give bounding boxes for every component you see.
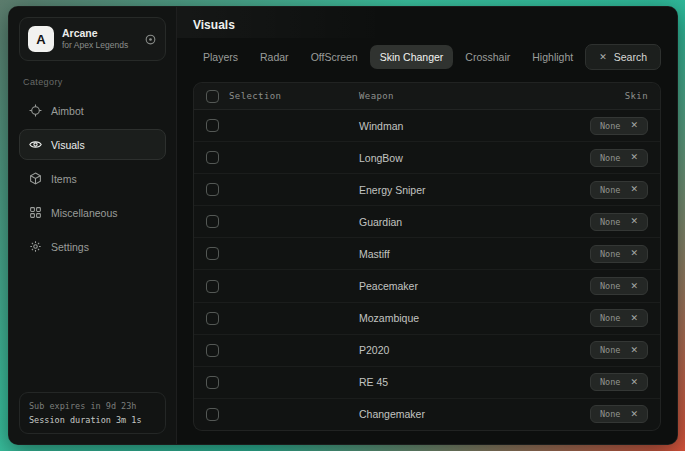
skin-column-header: Skin bbox=[625, 91, 648, 101]
clear-skin-icon[interactable]: ✕ bbox=[630, 185, 638, 194]
skin-value: None bbox=[600, 281, 620, 291]
sidebar-item-label: Miscellaneous bbox=[51, 207, 118, 219]
skin-value: None bbox=[600, 409, 620, 419]
skin-table: Selection Weapon Skin Windman None ✕ Lon… bbox=[193, 82, 661, 431]
clear-skin-icon[interactable]: ✕ bbox=[630, 346, 638, 355]
table-row: Mastiff None ✕ bbox=[194, 237, 660, 269]
select-all-checkbox[interactable] bbox=[206, 90, 219, 103]
clear-skin-icon[interactable]: ✕ bbox=[630, 378, 638, 387]
clear-skin-icon[interactable]: ✕ bbox=[630, 153, 638, 162]
skin-badge[interactable]: None ✕ bbox=[590, 405, 648, 423]
sub-expiry-text: Sub expires in 9d 23h bbox=[29, 401, 156, 411]
selection-column-header: Selection bbox=[229, 91, 281, 101]
row-checkbox[interactable] bbox=[206, 280, 219, 293]
skin-value: None bbox=[600, 185, 620, 195]
table-row: LongBow None ✕ bbox=[194, 141, 660, 173]
clear-skin-icon[interactable]: ✕ bbox=[630, 217, 638, 226]
table-row: P2020 None ✕ bbox=[194, 334, 660, 366]
skin-badge[interactable]: None ✕ bbox=[590, 341, 648, 359]
weapon-name: Windman bbox=[359, 120, 538, 132]
tab-players[interactable]: Players bbox=[193, 45, 248, 69]
weapon-name: P2020 bbox=[359, 344, 538, 356]
brand-logo: A bbox=[28, 26, 54, 52]
sidebar-nav: Aimbot Visuals Items Miscellaneous Setti… bbox=[19, 95, 166, 265]
sidebar-spacer bbox=[19, 265, 166, 392]
tab-crosshair[interactable]: Crosshair bbox=[455, 45, 520, 69]
table-row: Mozambique None ✕ bbox=[194, 302, 660, 334]
row-checkbox[interactable] bbox=[206, 344, 219, 357]
clear-skin-icon[interactable]: ✕ bbox=[630, 121, 638, 130]
weapon-name: RE 45 bbox=[359, 376, 538, 388]
skin-badge[interactable]: None ✕ bbox=[590, 277, 648, 295]
target-icon[interactable] bbox=[144, 33, 157, 46]
skin-badge[interactable]: None ✕ bbox=[590, 373, 648, 391]
clear-skin-icon[interactable]: ✕ bbox=[630, 314, 638, 323]
tabs-row: Players Radar OffScreen Skin Changer Cro… bbox=[177, 38, 677, 70]
search-button[interactable]: ✕ Search bbox=[585, 44, 661, 70]
weapon-column-header: Weapon bbox=[359, 91, 538, 101]
brand-card: A Arcane for Apex Legends bbox=[19, 17, 166, 61]
table-row: Guardian None ✕ bbox=[194, 205, 660, 237]
weapon-name: Mozambique bbox=[359, 312, 538, 324]
sidebar-item-label: Visuals bbox=[51, 139, 85, 151]
sidebar-item-visuals[interactable]: Visuals bbox=[19, 129, 166, 160]
tab-offscreen[interactable]: OffScreen bbox=[301, 45, 368, 69]
crosshair-icon bbox=[29, 104, 42, 117]
gear-icon bbox=[29, 240, 42, 253]
skin-badge[interactable]: None ✕ bbox=[590, 245, 648, 263]
skin-value: None bbox=[600, 249, 620, 259]
row-checkbox[interactable] bbox=[206, 247, 219, 260]
sidebar-item-miscellaneous[interactable]: Miscellaneous bbox=[19, 197, 166, 228]
search-button-label: Search bbox=[614, 51, 647, 63]
session-card: Sub expires in 9d 23h Session duration 3… bbox=[19, 392, 166, 434]
tab-list: Players Radar OffScreen Skin Changer Cro… bbox=[193, 45, 583, 69]
weapon-name: Guardian bbox=[359, 216, 538, 228]
skin-badge[interactable]: None ✕ bbox=[590, 213, 648, 231]
search-icon: ✕ bbox=[599, 53, 607, 62]
box-icon bbox=[29, 172, 42, 185]
sidebar-item-items[interactable]: Items bbox=[19, 163, 166, 194]
category-label: Category bbox=[23, 77, 162, 87]
row-checkbox[interactable] bbox=[206, 215, 219, 228]
page-title: Visuals bbox=[193, 18, 661, 32]
tab-skin-changer[interactable]: Skin Changer bbox=[370, 45, 454, 69]
row-checkbox[interactable] bbox=[206, 312, 219, 325]
grid-icon bbox=[29, 206, 42, 219]
skin-value: None bbox=[600, 345, 620, 355]
skin-value: None bbox=[600, 377, 620, 387]
clear-skin-icon[interactable]: ✕ bbox=[630, 282, 638, 291]
weapon-name: Energy Sniper bbox=[359, 184, 538, 196]
weapon-name: Mastiff bbox=[359, 248, 538, 260]
row-checkbox[interactable] bbox=[206, 119, 219, 132]
weapon-name: Peacemaker bbox=[359, 280, 538, 292]
main-header: Visuals bbox=[177, 7, 677, 38]
row-checkbox[interactable] bbox=[206, 183, 219, 196]
main-panel: Visuals Players Radar OffScreen Skin Cha… bbox=[177, 7, 677, 444]
sidebar-item-aimbot[interactable]: Aimbot bbox=[19, 95, 166, 126]
row-checkbox[interactable] bbox=[206, 408, 219, 421]
app-window: A Arcane for Apex Legends Category Aimbo… bbox=[8, 6, 678, 445]
sidebar-item-label: Settings bbox=[51, 241, 89, 253]
skin-badge[interactable]: None ✕ bbox=[590, 309, 648, 327]
skin-badge[interactable]: None ✕ bbox=[590, 149, 648, 167]
table-row: Windman None ✕ bbox=[194, 110, 660, 141]
sidebar-item-label: Items bbox=[51, 173, 77, 185]
eye-icon bbox=[29, 138, 42, 151]
clear-skin-icon[interactable]: ✕ bbox=[630, 249, 638, 258]
table-row: Peacemaker None ✕ bbox=[194, 269, 660, 301]
skin-value: None bbox=[600, 217, 620, 227]
skin-value: None bbox=[600, 153, 620, 163]
clear-skin-icon[interactable]: ✕ bbox=[630, 410, 638, 419]
weapon-name: LongBow bbox=[359, 152, 538, 164]
table-header-selection: Selection bbox=[206, 90, 359, 103]
skin-badge[interactable]: None ✕ bbox=[590, 181, 648, 199]
sidebar-item-label: Aimbot bbox=[51, 105, 84, 117]
sidebar-item-settings[interactable]: Settings bbox=[19, 231, 166, 262]
row-checkbox[interactable] bbox=[206, 376, 219, 389]
skin-badge[interactable]: None ✕ bbox=[590, 117, 648, 135]
table-body: Windman None ✕ LongBow None ✕ Energy Sni… bbox=[194, 110, 660, 430]
tab-radar[interactable]: Radar bbox=[250, 45, 299, 69]
tab-highlight[interactable]: Highlight bbox=[522, 45, 583, 69]
table-row: Changemaker None ✕ bbox=[194, 398, 660, 430]
row-checkbox[interactable] bbox=[206, 151, 219, 164]
